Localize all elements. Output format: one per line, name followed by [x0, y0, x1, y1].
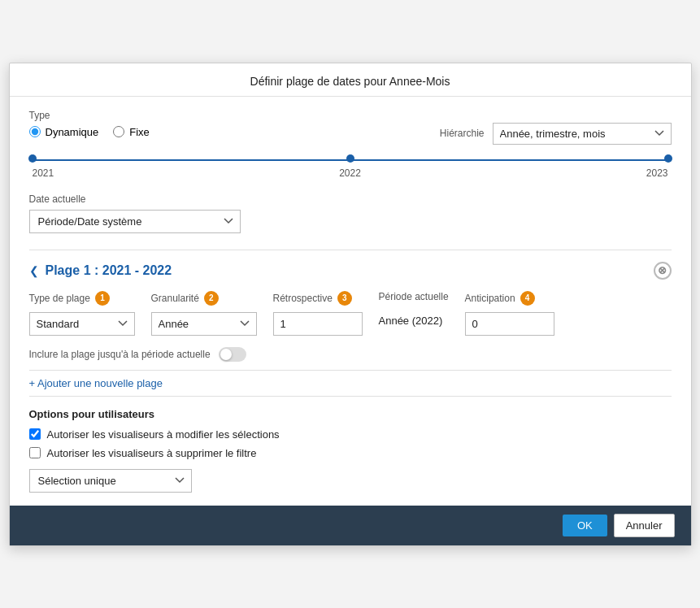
- periode-actuelle-value: Année (2022): [379, 309, 449, 332]
- granularite-group: Granularité 2 Année: [151, 291, 257, 336]
- add-plage-label: + Ajouter une nouvelle plage: [29, 377, 163, 389]
- retrospective-label-row: Rétrospective 3: [273, 291, 363, 306]
- hierarchy-section: Hiérarchie Année, trimestre, mois: [440, 123, 672, 145]
- timeline-label-2023: 2023: [646, 167, 668, 179]
- granularite-select[interactable]: Année: [151, 312, 257, 336]
- retrospective-group: Rétrospective 3: [273, 291, 363, 336]
- timeline-section: 2021 2022 2023: [29, 158, 672, 179]
- radio-group: Dynamique Fixe: [29, 126, 150, 138]
- checkbox-row-1: Autoriser les visualiseurs à modifier le…: [29, 428, 672, 441]
- retrospective-input[interactable]: [273, 312, 363, 336]
- plage-section: ❮ Plage 1 : 2021 - 2022 ⊗ Type de plage …: [29, 250, 672, 362]
- toggle-row: Inclure la plage jusqu'à la période actu…: [29, 347, 672, 362]
- toggle-knob: [220, 349, 232, 360]
- dialog-title: Définir plage de dates pour Annee-Mois: [250, 75, 450, 88]
- type-de-plage-badge: 1: [95, 291, 110, 306]
- options-section: Options pour utilisateurs Autoriser les …: [29, 408, 672, 493]
- anticipation-badge: 4: [520, 291, 535, 306]
- toggle-label: Inclure la plage jusqu'à la période actu…: [29, 349, 211, 360]
- type-section: Type Dynamique Fixe: [29, 110, 150, 138]
- plage-fields: Type de plage 1 Standard Granularité 2 A…: [29, 291, 672, 336]
- current-date-label: Date actuelle: [29, 193, 672, 205]
- timeline-dot-right: [664, 154, 672, 163]
- current-date-section: Date actuelle Période/Date système: [29, 193, 672, 233]
- checkbox-2-label: Autoriser les visualiseurs à supprimer l…: [47, 447, 257, 459]
- add-plage-button[interactable]: + Ajouter une nouvelle plage: [29, 370, 672, 397]
- options-select[interactable]: Sélection unique: [29, 469, 192, 493]
- timeline-label-2021: 2021: [33, 167, 54, 179]
- type-de-plage-label-row: Type de plage 1: [29, 291, 135, 306]
- anticipation-group: Anticipation 4: [465, 291, 554, 336]
- top-row: Type Dynamique Fixe Hiérarchie Année, tr…: [29, 110, 672, 145]
- checkbox-1[interactable]: [29, 428, 41, 440]
- plage-title-row: ❮ Plage 1 : 2021 - 2022: [29, 263, 172, 278]
- current-date-select[interactable]: Période/Date système: [29, 210, 241, 233]
- checkbox-row-2: Autoriser les visualiseurs à supprimer l…: [29, 447, 672, 459]
- dialog-footer: OK Annuler: [10, 506, 691, 545]
- timeline-label-2022: 2022: [339, 167, 361, 179]
- plage-title: Plage 1 : 2021 - 2022: [46, 263, 172, 278]
- dialog-body: Type Dynamique Fixe Hiérarchie Année, tr…: [10, 97, 691, 506]
- timeline-dot-mid: [346, 154, 354, 163]
- hierarchy-select[interactable]: Année, trimestre, mois: [493, 123, 672, 145]
- hierarchy-label: Hiérarchie: [440, 128, 485, 139]
- type-de-plage-select[interactable]: Standard: [29, 312, 135, 336]
- checkbox-1-label: Autoriser les visualiseurs à modifier le…: [47, 428, 280, 441]
- type-de-plage-group: Type de plage 1 Standard: [29, 291, 135, 336]
- granularite-label-row: Granularité 2: [151, 291, 257, 306]
- chevron-down-icon[interactable]: ❮: [29, 264, 39, 277]
- radio-dynamique-input[interactable]: [29, 126, 41, 137]
- plage-header: ❮ Plage 1 : 2021 - 2022 ⊗: [29, 262, 672, 280]
- options-title: Options pour utilisateurs: [29, 408, 672, 420]
- timeline-labels: 2021 2022 2023: [33, 167, 668, 179]
- radio-dynamique-label: Dynamique: [46, 126, 99, 138]
- periode-actuelle-label: Période actuelle: [379, 291, 449, 302]
- type-de-plage-label: Type de plage: [29, 293, 90, 304]
- anticipation-input[interactable]: [465, 312, 554, 336]
- retrospective-label: Rétrospective: [273, 293, 333, 304]
- periode-actuelle-label-row: Période actuelle: [379, 291, 449, 302]
- radio-dynamique[interactable]: Dynamique: [29, 126, 99, 138]
- include-plage-toggle[interactable]: [219, 347, 246, 362]
- dialog: Définir plage de dates pour Annee-Mois T…: [9, 63, 692, 546]
- radio-fixe-label: Fixe: [129, 126, 150, 138]
- radio-fixe-input[interactable]: [113, 126, 124, 137]
- cancel-button[interactable]: Annuler: [614, 514, 675, 537]
- periode-actuelle-group: Période actuelle Année (2022): [379, 291, 449, 332]
- retrospective-badge: 3: [337, 291, 352, 306]
- ok-button[interactable]: OK: [563, 515, 607, 536]
- granularite-label: Granularité: [151, 293, 199, 304]
- type-label: Type: [29, 110, 150, 121]
- dialog-header: Définir plage de dates pour Annee-Mois: [10, 63, 691, 97]
- anticipation-label: Anticipation: [465, 293, 515, 304]
- checkbox-2[interactable]: [29, 447, 41, 458]
- granularite-badge: 2: [204, 291, 219, 306]
- timeline-dot-left: [28, 154, 37, 163]
- anticipation-label-row: Anticipation 4: [465, 291, 554, 306]
- close-button[interactable]: ⊗: [654, 262, 672, 280]
- timeline-track: [33, 158, 668, 163]
- radio-fixe[interactable]: Fixe: [113, 126, 150, 138]
